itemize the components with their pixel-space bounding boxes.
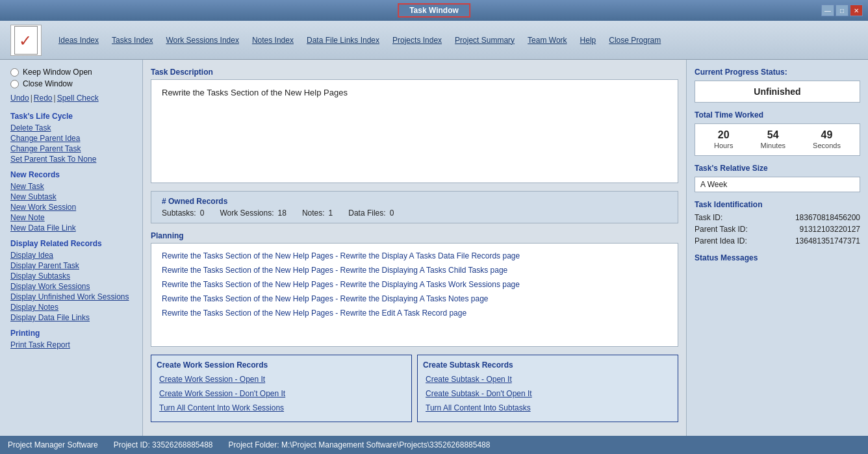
keep-window-open-label: Keep Window Open xyxy=(23,68,92,77)
new-data-file-link[interactable]: New Data File Link xyxy=(10,223,132,233)
menu-ideas-index[interactable]: Ideas Index xyxy=(52,33,105,47)
change-parent-idea-link[interactable]: Change Parent Idea xyxy=(10,134,132,143)
title-bar: Task Window — □ ✕ xyxy=(0,0,868,21)
print-task-report-link[interactable]: Print Task Report xyxy=(10,340,132,349)
parent-idea-id-row: Parent Idea ID: 136481351747371 xyxy=(695,236,860,246)
hours-label: Hours xyxy=(714,142,733,149)
maximize-button[interactable]: □ xyxy=(836,5,849,16)
planning-prefix-2: Rewrite the Tasks Section of the New Hel… xyxy=(162,280,340,289)
new-note-link[interactable]: New Note xyxy=(10,213,132,222)
menu-project-summary[interactable]: Project Summary xyxy=(448,33,521,47)
minimize-button[interactable]: — xyxy=(821,5,834,16)
keep-window-open-radio[interactable] xyxy=(10,68,19,77)
planning-prefix-0: Rewrite the Tasks Section of the New Hel… xyxy=(162,251,340,260)
menu-items: Ideas Index Tasks Index Work Sessions In… xyxy=(52,33,667,47)
create-work-session-box: Create Work Session Records Create Work … xyxy=(151,355,412,422)
planning-suffix-2: Rewrite the Displaying A Tasks Work Sess… xyxy=(340,280,520,289)
subtasks-count: Subtasks: 0 xyxy=(162,208,204,218)
task-description-text: Rewrite the Tasks Section of the New Hel… xyxy=(162,88,667,97)
relative-size-box: Task's Relative Size A Week A Day A Few … xyxy=(695,164,860,192)
close-window-option[interactable]: Close Window xyxy=(10,79,132,88)
menu-work-sessions-index[interactable]: Work Sessions Index xyxy=(159,33,246,47)
task-id-row: Task ID: 183670818456200 xyxy=(695,213,860,222)
owned-records-box: # Owned Records Subtasks: 0 Work Session… xyxy=(151,191,678,223)
total-time-title: Total Time Worked xyxy=(695,110,860,120)
data-files-value: 0 xyxy=(390,208,394,218)
redo-link[interactable]: Redo xyxy=(34,94,53,103)
set-parent-task-to-none-link[interactable]: Set Parent Task To None xyxy=(10,155,132,164)
window-controls[interactable]: — □ ✕ xyxy=(821,5,863,16)
turn-all-content-work-sessions-link[interactable]: Turn All Content Into Work Sessions xyxy=(157,402,406,414)
undo-link[interactable]: Undo xyxy=(10,94,29,103)
planning-item-2: Rewrite the Tasks Section of the New Hel… xyxy=(162,279,667,290)
task-id-value: 183670818456200 xyxy=(795,213,860,222)
menu-notes-index[interactable]: Notes Index xyxy=(246,33,300,47)
create-subtask-dont-open-link[interactable]: Create Subtask - Don't Open It xyxy=(423,388,672,399)
subtasks-label: Subtasks: xyxy=(162,208,196,218)
owned-records-row: Subtasks: 0 Work Sessions: 18 Notes: 1 D… xyxy=(162,208,667,218)
new-work-session-link[interactable]: New Work Session xyxy=(10,203,132,212)
printing-title: Printing xyxy=(10,329,132,338)
menu-team-work[interactable]: Team Work xyxy=(521,33,573,47)
software-label: Project Manager Software xyxy=(8,440,98,449)
planning-suffix-0: Rewrite the Display A Tasks Data File Re… xyxy=(340,251,520,260)
close-button[interactable]: ✕ xyxy=(850,5,863,16)
create-work-session-dont-open-link[interactable]: Create Work Session - Don't Open It xyxy=(157,388,406,399)
menu-data-file-links-index[interactable]: Data File Links Index xyxy=(300,33,386,47)
menu-bar: Ideas Index Tasks Index Work Sessions In… xyxy=(0,21,868,60)
menu-tasks-index[interactable]: Tasks Index xyxy=(105,33,159,47)
new-task-link[interactable]: New Task xyxy=(10,182,132,191)
seconds-value: 49 xyxy=(813,129,841,141)
display-work-sessions-link[interactable]: Display Work Sessions xyxy=(10,282,132,291)
time-worked-box: 20 Hours 54 Minutes 49 Seconds xyxy=(695,123,860,156)
menu-help[interactable]: Help xyxy=(574,33,603,47)
project-folder: Project Folder: M:\Project Management So… xyxy=(229,440,491,449)
close-window-label: Close Window xyxy=(23,79,73,88)
planning-prefix-1: Rewrite the Tasks Section of the New Hel… xyxy=(162,266,340,275)
minutes-label: Minutes xyxy=(760,142,785,149)
notes-value: 1 xyxy=(329,208,333,218)
status-messages-title: Status Messages xyxy=(695,253,860,262)
close-window-radio[interactable] xyxy=(10,80,19,88)
parent-idea-id-value: 136481351747371 xyxy=(795,236,860,246)
main-layout: Keep Window Open Close Window Undo | Red… xyxy=(0,60,868,436)
planning-item-0: Rewrite the Tasks Section of the New Hel… xyxy=(162,250,667,262)
task-description-label: Task Description xyxy=(151,68,678,77)
notes-label: Notes: xyxy=(302,208,325,218)
relative-size-title: Task's Relative Size xyxy=(695,164,860,173)
delete-task-link[interactable]: Delete Task xyxy=(10,123,132,132)
turn-all-content-subtasks-link[interactable]: Turn All Content Into Subtasks xyxy=(423,402,672,414)
parent-task-id-row: Parent Task ID: 91312103220127 xyxy=(695,225,860,234)
menu-projects-index[interactable]: Projects Index xyxy=(386,33,448,47)
planning-item-1: Rewrite the Tasks Section of the New Hel… xyxy=(162,264,667,276)
notes-count: Notes: 1 xyxy=(302,208,333,218)
create-subtask-title: Create Subtask Records xyxy=(423,360,672,370)
edit-actions: Undo | Redo | Spell Check xyxy=(10,94,132,104)
change-parent-task-link[interactable]: Change Parent Task xyxy=(10,144,132,153)
keep-window-open-option[interactable]: Keep Window Open xyxy=(10,68,132,77)
task-description-box: Rewrite the Tasks Section of the New Hel… xyxy=(151,79,678,183)
minutes-value: 54 xyxy=(760,129,785,141)
display-data-file-links-link[interactable]: Display Data File Links xyxy=(10,313,132,322)
new-subtask-link[interactable]: New Subtask xyxy=(10,192,132,201)
display-parent-task-link[interactable]: Display Parent Task xyxy=(10,261,132,270)
display-notes-link[interactable]: Display Notes xyxy=(10,303,132,312)
display-subtasks-link[interactable]: Display Subtasks xyxy=(10,271,132,281)
content-area: Task Description Rewrite the Tasks Secti… xyxy=(143,60,686,436)
seconds-unit: 49 Seconds xyxy=(813,129,841,150)
relative-size-dropdown-row: A Week A Day A Few Hours A Month xyxy=(695,177,860,192)
relative-size-select[interactable]: A Week A Day A Few Hours A Month xyxy=(695,177,860,192)
parent-idea-id-label: Parent Idea ID: xyxy=(695,236,747,246)
display-idea-link[interactable]: Display Idea xyxy=(10,251,132,260)
progress-status-value: Unfinished xyxy=(695,81,860,103)
menu-close-program[interactable]: Close Program xyxy=(602,33,667,47)
create-work-session-open-link[interactable]: Create Work Session - Open It xyxy=(157,373,406,385)
task-id-label: Task ID: xyxy=(695,213,722,222)
task-id-section: Task Identification Task ID: 18367081845… xyxy=(695,200,860,246)
create-subtask-open-link[interactable]: Create Subtask - Open It xyxy=(423,373,672,385)
create-subtask-box: Create Subtask Records Create Subtask - … xyxy=(417,355,678,422)
planning-prefix-4: Rewrite the Tasks Section of the New Hel… xyxy=(162,309,340,318)
owned-records-label: # Owned Records xyxy=(162,197,667,206)
display-unfinished-work-sessions-link[interactable]: Display Unfinished Work Sessions xyxy=(10,292,132,301)
spell-check-link[interactable]: Spell Check xyxy=(57,94,99,103)
